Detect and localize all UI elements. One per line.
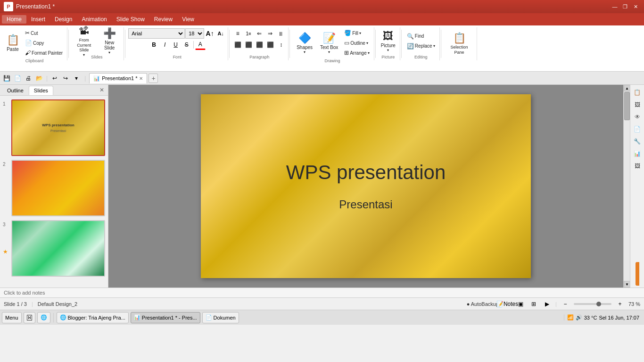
taskbar-blogger[interactable]: 🌐 Blogger: Tria Ajeng Pra... [57, 312, 129, 323]
taskbar-dokumen[interactable]: 📄 Dokumen [202, 312, 239, 323]
shapes-icon: 🔷 [298, 32, 311, 44]
zoom-out-button[interactable]: − [561, 299, 570, 309]
font-color-button[interactable]: A [195, 40, 206, 50]
tab-close-button[interactable]: ✕ [139, 76, 143, 81]
replace-button[interactable]: 🔄 Replace [405, 41, 438, 51]
slide-sorter-button[interactable]: ⊞ [529, 299, 538, 309]
title-bar: P Presentation1 * — ❐ ✕ [0, 0, 644, 13]
copy-button[interactable]: 📄 Copy [23, 38, 65, 48]
numbering-button[interactable]: 1≡ [243, 28, 254, 39]
slide-canvas[interactable]: WPS presentation Presentasi [201, 94, 531, 278]
system-tray: 📶 🔊 33 °C Sel 16 Jun, 17:07 [564, 314, 642, 321]
line-spacing-button[interactable]: ↕ [276, 40, 286, 50]
cut-button[interactable]: ✂ Cut [23, 28, 65, 38]
tab-icon: 📊 [93, 75, 100, 82]
right-btn-4[interactable]: 📄 [632, 123, 643, 135]
increase-indent-button[interactable]: ⇒ [265, 28, 275, 39]
underline-button[interactable]: U [171, 40, 181, 50]
redo-button[interactable]: ↪ [61, 74, 70, 83]
undo-button[interactable]: ↩ [50, 74, 59, 83]
picture-button[interactable]: 🖼 Picture [379, 28, 398, 54]
arrange-icon: ⊞ [344, 49, 349, 56]
align-center-button[interactable]: ⬛ [243, 40, 254, 50]
bullets-button[interactable]: ≡ [232, 28, 243, 39]
align-left-button[interactable]: ⬛ [232, 40, 243, 50]
slides-tab[interactable]: Slides [29, 86, 53, 95]
strikethrough-button[interactable]: S [182, 40, 192, 50]
qa-save-button[interactable]: 💾 [2, 74, 11, 83]
italic-button[interactable]: I [160, 40, 170, 50]
selection-pane-button[interactable]: 📋 Selection Pane [444, 31, 475, 56]
slide-num-2: 2 [3, 160, 9, 167]
qa-print-button[interactable]: 🖨 [24, 74, 33, 83]
menu-item-home[interactable]: Home [2, 15, 26, 24]
decrease-indent-button[interactable]: ⇐ [254, 28, 264, 39]
scroll-down-button[interactable]: ▼ [624, 281, 630, 288]
font-family-select[interactable]: Arial [128, 28, 185, 39]
menu-item-insert[interactable]: Insert [26, 15, 50, 24]
align-justify-button[interactable]: ⬛ [265, 40, 275, 50]
slide-subtitle: Presentasi [339, 198, 392, 211]
right-btn-7[interactable]: 🖼 [632, 160, 643, 172]
outline-tab[interactable]: Outline [2, 86, 29, 95]
minimize-button[interactable]: — [610, 2, 619, 11]
slide-preview-2[interactable] [11, 160, 105, 216]
from-current-slide-button[interactable]: 📽 From Current Slide [72, 28, 96, 54]
shapes-button[interactable]: 🔷 Shapes [293, 30, 316, 56]
slide-thumb-3: 3 ★ [3, 220, 105, 277]
close-button[interactable]: ✕ [631, 2, 640, 11]
arrange-button[interactable]: ⊞ Arrange [342, 48, 372, 58]
menu-button[interactable]: Menu [2, 312, 22, 323]
taskbar-presentation[interactable]: 📊 Presentation1 * - Pres... [131, 312, 200, 323]
right-btn-6[interactable]: 📊 [632, 148, 643, 159]
textbox-label: Text Box [320, 45, 338, 50]
document-tab[interactable]: 📊 Presentation1 * ✕ [89, 73, 147, 83]
autobackup-label: ● AutoBackup [467, 301, 499, 307]
textbox-button[interactable]: 📝 Text Box [317, 30, 341, 56]
new-slide-button[interactable]: ➕ New Slide [97, 28, 122, 54]
menu-item-design[interactable]: Design [50, 15, 77, 24]
bold-button[interactable]: B [149, 40, 159, 50]
add-tab-button[interactable]: + [149, 74, 158, 83]
orange-tab[interactable] [636, 262, 639, 286]
right-btn-5[interactable]: 🔧 [632, 136, 643, 147]
window-title: Presentation1 * [16, 3, 610, 10]
normal-view-button[interactable]: ▣ [516, 299, 525, 309]
reading-view-button[interactable]: ▶ [542, 299, 552, 309]
sidebar-close-button[interactable]: ✕ [98, 86, 106, 95]
sep7 [441, 30, 441, 58]
qa-new-button[interactable]: 📄 [13, 74, 22, 83]
slide-preview-3[interactable] [11, 220, 105, 277]
notes-button[interactable]: 📝 Notes [503, 299, 512, 309]
menu-item-review[interactable]: Review [149, 15, 177, 24]
outline-button[interactable]: ▭ Outline [342, 38, 372, 48]
menu-item-view[interactable]: View [177, 15, 199, 24]
notes-bar[interactable]: Click to add notes [0, 288, 644, 297]
qa-open-button[interactable]: 📂 [34, 74, 44, 83]
wps-icon-button[interactable]: 🅆 [24, 312, 35, 323]
zoom-slider[interactable] [574, 303, 611, 305]
shrink-font-button[interactable]: A↓ [215, 28, 226, 39]
font-size-select[interactable]: 18 [185, 28, 204, 39]
align-right-button[interactable]: ⬛ [254, 40, 264, 50]
paste-button[interactable]: 📋 Paste [4, 30, 22, 56]
right-btn-2[interactable]: 🖼 [632, 99, 643, 110]
columns-button[interactable]: ⫼ [276, 28, 286, 39]
search-icon: 🔍 [407, 33, 414, 40]
right-btn-1[interactable]: 📋 [632, 87, 643, 98]
zoom-in-button[interactable]: + [615, 299, 625, 309]
grow-font-button[interactable]: A↑ [205, 28, 215, 39]
qa-dropdown-button[interactable]: ▾ [72, 74, 81, 83]
slide-preview-1[interactable]: WPS presentation Presentasi [11, 99, 105, 156]
browser-icon-button[interactable]: 🌐 [37, 312, 50, 323]
menu-item-animation[interactable]: Animation [77, 15, 111, 24]
sidebar: Outline Slides ✕ 1 WPS presentation Pres… [0, 85, 108, 288]
menu-item-slideshow[interactable]: Slide Show [112, 15, 149, 24]
fill-button[interactable]: 🪣 Fill [342, 28, 372, 38]
format-painter-button[interactable]: 🖌 Format Painter [23, 48, 65, 58]
scroll-thumb[interactable] [624, 92, 630, 120]
right-btn-3[interactable]: 👁 [632, 111, 643, 123]
restore-button[interactable]: ❐ [620, 2, 630, 11]
scroll-up-button[interactable]: ▲ [624, 85, 630, 91]
find-button[interactable]: 🔍 Find [405, 32, 438, 41]
